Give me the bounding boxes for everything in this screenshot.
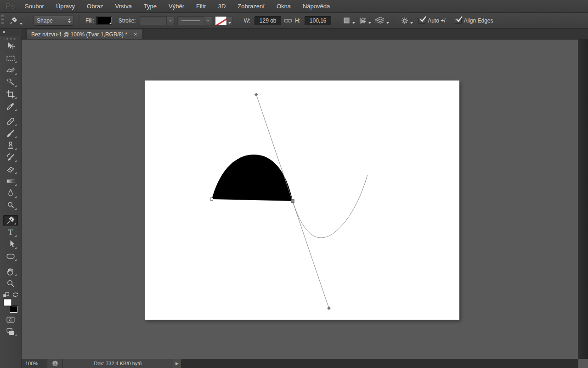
dodge-tool[interactable] [3,200,18,211]
auto-add-delete-checkbox[interactable] [418,17,425,24]
type-tool[interactable]: T [3,227,18,238]
pen-tool[interactable] [3,215,18,226]
photoshop-window: Ps Soubor Úpravy Obraz Vrstva Type Výběr… [0,0,588,368]
gradient-icon [6,176,16,186]
path-alignment-button[interactable] [359,17,371,25]
gear-settings-button[interactable] [401,17,413,25]
zoom-level-field[interactable]: 100% [22,359,47,368]
document-canvas[interactable] [145,80,459,320]
auto-add-delete-label: Auto +/- [428,17,447,24]
bandage-icon [6,116,16,126]
path-arrangement-button[interactable] [375,17,389,25]
tool-options-bar: Shape Fill: Stroke: W: H: [0,13,588,29]
gradient-tool[interactable] [3,176,18,187]
tool-mode-value: Shape [37,17,53,24]
height-input[interactable] [305,16,331,25]
menu-3d[interactable]: 3D [212,0,232,13]
quick-mask-button[interactable] [3,314,18,326]
document-tab[interactable]: Bez názvu-1 @ 100% (Tvar 1,RGB/8) * × [26,29,142,39]
collapse-panel-button[interactable]: » [0,29,22,36]
quick-selection-tool[interactable] [3,77,18,88]
rounded-rectangle-icon [6,251,16,261]
status-bar: 100% Dok: 732,4 KB/0 bytů ▶ [22,359,578,368]
zoom-tool[interactable] [3,278,18,289]
menu-vyber[interactable]: Výběr [163,0,190,13]
checkmark-icon [419,16,427,23]
path-alignment-icon [359,17,367,25]
eyedropper-tool[interactable] [3,101,18,112]
stroke-label: Stroke: [119,17,136,24]
fill-swatch[interactable] [96,16,112,25]
options-grip[interactable] [1,15,4,26]
menu-obraz[interactable]: Obraz [81,0,109,13]
marquee-icon [6,53,16,63]
lasso-tool[interactable] [3,65,18,76]
anchor-point-right[interactable] [291,200,294,203]
document-tab-title: Bez názvu-1 @ 100% (Tvar 1,RGB/8) * [31,31,127,38]
tool-mode-select[interactable]: Shape [34,16,74,26]
rubber-band-segment [293,175,368,238]
handle-end-bottom[interactable] [327,306,331,310]
path-operations-button[interactable] [343,17,355,25]
menu-type[interactable]: Type [138,0,163,13]
stroke-type-dropdown[interactable] [215,16,233,25]
status-flyout-button[interactable]: ▶ [173,359,181,368]
droplet-icon [6,188,16,198]
document-size-info: Dok: 732,4 KB/0 bytů [63,359,173,368]
align-edges-checkbox[interactable] [455,17,462,24]
tool-preset-button[interactable] [7,15,24,27]
history-brush-tool[interactable] [3,152,18,163]
menu-vrstva[interactable]: Vrstva [109,0,138,13]
height-label: H: [295,17,300,24]
width-label: W: [244,17,250,24]
chevron-down-icon [352,22,355,24]
stroke-swatch-dropdown[interactable] [140,16,175,25]
brush-tool[interactable] [3,128,18,139]
move-tool[interactable] [3,41,18,52]
crop-icon [6,89,16,99]
swap-colors-icon[interactable] [11,291,19,298]
rectangular-marquee-tool[interactable] [3,53,18,64]
fill-label: Fill: [85,17,94,24]
no-stroke-icon [215,16,227,25]
close-icon[interactable]: × [134,32,137,37]
selection-arrow-icon [6,239,16,249]
crop-tool[interactable] [3,89,18,100]
spot-healing-brush-tool[interactable] [3,116,18,127]
blur-tool[interactable] [3,188,18,199]
clone-stamp-tool[interactable] [3,140,18,151]
chevron-down-icon [109,20,111,24]
menu-filtr[interactable]: Filtr [190,0,212,13]
document-tab-strip: Bez názvu-1 @ 100% (Tvar 1,RGB/8) * × [22,29,588,40]
menu-upravy[interactable]: Úpravy [50,0,81,13]
stroke-width-dropdown[interactable] [177,16,212,25]
hand-icon [6,266,16,276]
menu-bar: Ps Soubor Úpravy Obraz Vrstva Type Výběr… [0,0,588,13]
foreground-color-swatch[interactable] [4,299,11,306]
pen-icon [8,16,18,26]
hand-tool[interactable] [3,266,18,277]
panel-grip[interactable] [5,38,17,40]
menu-napoveda[interactable]: Nápověda [297,0,336,13]
background-color-swatch[interactable] [10,306,17,313]
menu-okna[interactable]: Okna [271,0,297,13]
panel-dock-strip[interactable] [578,40,588,359]
rounded-rectangle-tool[interactable] [3,251,18,262]
eraser-tool[interactable] [3,164,18,175]
anchor-point-left[interactable] [210,198,213,201]
width-input[interactable] [254,16,281,25]
screen-mode-button[interactable] [3,326,18,338]
link-dimensions-icon[interactable] [284,17,292,24]
handle-end-top[interactable] [254,93,258,97]
zoom-level-value: 100% [25,361,38,366]
shape-fill-dome[interactable] [212,155,293,201]
path-selection-tool[interactable] [3,239,18,250]
checkmark-icon [456,16,463,23]
lasso-icon [6,65,16,75]
default-colors-icon[interactable] [2,292,10,298]
foreground-background-swatches [4,299,17,313]
path-operations-icon [343,17,351,25]
menu-soubor[interactable]: Soubor [19,0,50,13]
menu-zobrazeni[interactable]: Zobrazení [232,0,271,13]
chevron-down-icon [368,22,371,24]
